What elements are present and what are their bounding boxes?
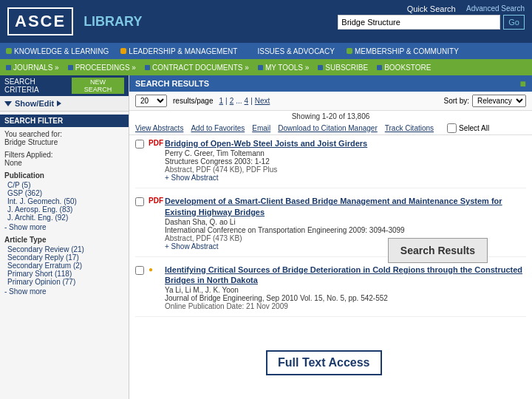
page-2[interactable]: 2 — [230, 97, 234, 105]
pub-show-more[interactable]: - Show more — [4, 223, 124, 231]
nav-dot-leadership — [120, 48, 126, 54]
page-sep: | — [225, 97, 228, 105]
go-button[interactable]: Go — [503, 15, 525, 30]
advanced-search-link[interactable]: Advanced Search — [466, 4, 525, 13]
show-edit-label[interactable]: Show/Edit — [15, 99, 54, 108]
result-title-2[interactable]: Development of a Smart-Client Based Brid… — [165, 196, 526, 217]
result-title-1[interactable]: Bridging of Open-Web Steel Joists and Jo… — [165, 138, 526, 149]
searched-for-section: You searched for: Bridge Structure — [4, 130, 124, 146]
track-citations-link[interactable]: Track Citations — [385, 124, 434, 132]
nav-top-item-membership[interactable]: MEMBERSHIP & COMMUNITY — [347, 47, 459, 55]
nav-bottom-mytools[interactable]: MY TOOLS » — [258, 64, 309, 72]
result-checkbox-1[interactable] — [135, 140, 144, 149]
select-all-checkbox[interactable] — [447, 123, 457, 133]
nav-dot-contract — [145, 65, 150, 70]
pagination: 1 | 2 ... 4 | Next — [219, 97, 270, 105]
view-abstracts-link[interactable]: View Abstracts — [135, 124, 183, 132]
result-title-3[interactable]: Identifying Critical Sources of Bridge D… — [165, 265, 526, 286]
result-body-1: Bridging of Open-Web Steel Joists and Jo… — [165, 138, 526, 182]
nav-top-label-leadership: LEADERSHIP & MANAGEMENT — [129, 47, 237, 55]
nav-top-item-knowledge[interactable]: KNOWLEDGE & LEARNING — [6, 47, 109, 55]
nav-dot-subscribe — [318, 65, 323, 70]
filters-applied-label: Filters Applied: — [4, 151, 124, 159]
nav-dot-bookstore — [377, 65, 382, 70]
art-filter-1[interactable]: Secondary Reply (17) — [7, 253, 124, 262]
art-filter-2[interactable]: Secondary Erratum (2) — [7, 262, 124, 270]
result-icon-2: PDF — [149, 196, 160, 250]
result-authors-3: Ya Li, Li M., J. K. Yoon — [165, 286, 526, 294]
content-area: SEARCH RESULTS ■ 20 50 100 results/page … — [129, 75, 532, 399]
result-item-1: PDF Bridging of Open-Web Steel Joists an… — [135, 138, 526, 188]
result-source-2: International Conference on Transportati… — [165, 226, 526, 234]
article-type-filter-title: Article Type — [4, 236, 124, 244]
page-next[interactable]: Next — [255, 97, 270, 105]
full-text-access-callout: Full Text Access — [266, 350, 382, 375]
art-filter-4[interactable]: Primary Opinion (77) — [7, 278, 124, 286]
result-icon-3: ● — [149, 265, 160, 311]
nav-bottom-contract[interactable]: CONTRACT DOCUMENTS » — [145, 64, 249, 72]
nav-top: KNOWLEDGE & LEARNING LEADERSHIP & MANAGE… — [0, 43, 532, 59]
sort-area: Sort by: Relevancy — [444, 95, 526, 107]
results-controls: 20 50 100 results/page 1 | 2 ... 4 | Nex… — [129, 92, 532, 111]
searched-for-label: You searched for: — [4, 130, 124, 138]
nav-bottom-journals[interactable]: JOURNALS » — [6, 64, 59, 72]
nav-dot-proceedings — [68, 65, 73, 70]
select-all-label: Select All — [459, 124, 489, 132]
search-input[interactable] — [338, 15, 500, 30]
email-link[interactable]: Email — [252, 124, 270, 132]
nav-top-label-membership: MEMBERSHIP & COMMUNITY — [355, 47, 459, 55]
page-1[interactable]: 1 — [219, 97, 223, 105]
result-checkbox-2[interactable] — [135, 197, 144, 206]
result-body-3: Identifying Critical Sources of Bridge D… — [165, 265, 526, 311]
results-per-page-label: results/page — [173, 97, 213, 105]
filters-applied-section: Filters Applied: None — [4, 151, 124, 167]
art-filter-0[interactable]: Secondary Review (21) — [7, 245, 124, 253]
search-results-bar: SEARCH RESULTS ■ — [129, 75, 532, 92]
select-all: Select All — [447, 123, 489, 133]
pub-filter-1[interactable]: GSP (362) — [7, 189, 124, 197]
art-filter-3[interactable]: Primary Short (118) — [7, 270, 124, 278]
main: SEARCH CRITERIA NEW SEARCH Show/Edit SEA… — [0, 75, 532, 399]
result-authors-1: Perry C. Greer, Tim Toltemann — [165, 149, 526, 157]
result-checkbox-3[interactable] — [135, 266, 144, 275]
nav-top-item-issues[interactable]: ISSUES & ADVOCACY — [249, 47, 334, 55]
article-type-filter-section: Article Type Secondary Review (21) Secon… — [4, 236, 124, 296]
nav-dot-issues — [249, 48, 255, 54]
page-ellipsis: ... — [236, 97, 242, 105]
result-icon-1: PDF — [149, 138, 160, 182]
search-filter-header: SEARCH FILTER — [0, 115, 129, 127]
result-meta-1: Abstract, PDF (474 KB), PDF Plus — [165, 166, 526, 174]
quick-search-row: Go — [338, 15, 525, 30]
art-show-more[interactable]: - Show more — [4, 287, 124, 296]
result-source-1: Structures Congress 2003: 1-12 — [165, 157, 526, 166]
download-citation-link[interactable]: Download to Citation Manager — [278, 124, 378, 132]
add-to-favorites-link[interactable]: Add to Favorites — [191, 124, 245, 132]
open-access-icon: ● — [149, 265, 153, 273]
filters-applied-value: None — [4, 159, 124, 167]
result-authors-2: Dashan Sha, Q. ao Li — [165, 218, 526, 226]
page-last[interactable]: 4 — [245, 97, 249, 105]
nav-dot-membership — [347, 48, 352, 54]
pub-filter-3[interactable]: J. Aerosp. Eng. (83) — [7, 205, 124, 214]
nav-bottom-subscribe[interactable]: SUBSCRIBE — [318, 64, 368, 72]
results-icon: ■ — [520, 78, 526, 89]
publication-filter-title: Publication — [4, 171, 124, 180]
filter-content: You searched for: Bridge Structure Filte… — [0, 127, 129, 303]
logo-box: ASCE — [7, 7, 73, 35]
nav-dot-journals — [6, 65, 11, 70]
new-search-button[interactable]: NEW SEARCH — [72, 78, 124, 94]
result-show-abstract-1[interactable]: + Show Abstract — [165, 174, 526, 182]
search-results-callout: Search Results — [388, 238, 488, 263]
nav-top-item-leadership[interactable]: LEADERSHIP & MANAGEMENT — [120, 47, 237, 55]
pub-filter-2[interactable]: Int. J. Geomech. (50) — [7, 197, 124, 205]
sidebar: SEARCH CRITERIA NEW SEARCH Show/Edit SEA… — [0, 75, 129, 399]
pub-filter-0[interactable]: C/P (5) — [7, 181, 124, 189]
per-page-select[interactable]: 20 50 100 — [135, 95, 167, 107]
logo-asce: ASCE — [15, 12, 66, 30]
nav-bottom-proceedings[interactable]: PROCEEDINGS » — [68, 64, 136, 72]
triangle-down-icon — [4, 101, 12, 106]
triangle-right-icon — [57, 100, 61, 106]
pub-filter-4[interactable]: J. Archit. Eng. (92) — [7, 214, 124, 222]
sort-select[interactable]: Relevancy — [472, 95, 526, 107]
nav-bottom-bookstore[interactable]: BOOKSTORE — [377, 64, 431, 72]
